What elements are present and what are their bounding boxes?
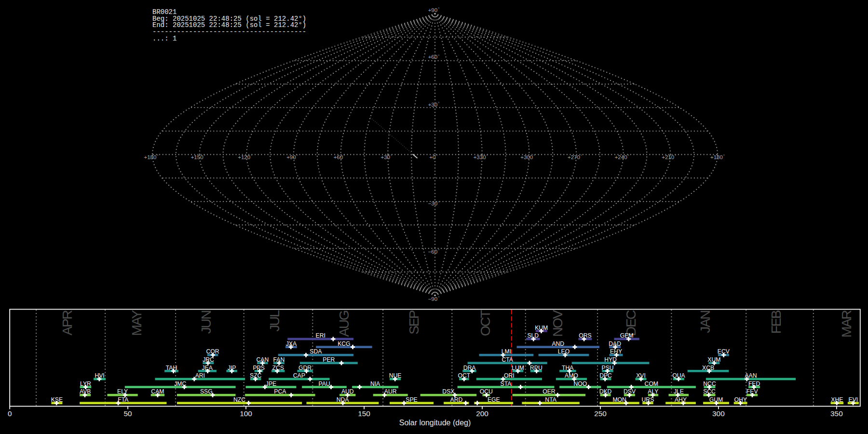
svg-text:EHY: EHY <box>610 348 622 355</box>
svg-text:AVB: AVB <box>80 388 91 395</box>
svg-text:LUM: LUM <box>512 365 524 371</box>
svg-text:AUD: AUD <box>341 388 354 395</box>
svg-text:HVI: HVI <box>95 372 104 379</box>
svg-text:COR: COR <box>206 348 219 355</box>
svg-text:JAN: JAN <box>698 311 713 333</box>
svg-text:PSU: PSU <box>602 365 614 371</box>
svg-text:COM: COM <box>645 380 658 387</box>
svg-text:ARD: ARD <box>450 396 463 403</box>
svg-text:KSE: KSE <box>51 396 63 403</box>
svg-text:NOV: NOV <box>550 310 565 337</box>
svg-text:SEP: SEP <box>407 310 421 335</box>
svg-text:CAP: CAP <box>293 372 305 379</box>
svg-text:+330°: +330° <box>474 154 488 160</box>
svg-text:OCU: OCU <box>480 388 493 395</box>
svg-text:CTA: CTA <box>502 356 513 363</box>
svg-text:PPS: PPS <box>253 365 264 371</box>
svg-text:DAD: DAD <box>609 340 621 347</box>
svg-text:ORS: ORS <box>579 332 591 339</box>
svg-text:LYR: LYR <box>80 380 91 387</box>
svg-text:300: 300 <box>712 409 725 418</box>
svg-text:OER: OER <box>542 388 556 395</box>
svg-text:ORI: ORI <box>504 372 515 379</box>
svg-text:JEA: JEA <box>202 365 213 371</box>
svg-text:350: 350 <box>830 409 843 418</box>
svg-text:FEV: FEV <box>746 388 759 395</box>
svg-text:SPE: SPE <box>406 396 417 403</box>
svg-text:OCT: OCT <box>478 310 493 336</box>
svg-text:+270°: +270° <box>568 154 582 160</box>
svg-text:MAY: MAY <box>129 310 144 336</box>
svg-text:PER: PER <box>323 356 335 363</box>
svg-text:150: 150 <box>358 409 370 418</box>
svg-text:XUM: XUM <box>707 356 720 363</box>
svg-text:AMO: AMO <box>565 372 578 379</box>
svg-text:KUM: KUM <box>535 325 548 331</box>
svg-text:OHY: OHY <box>734 396 746 403</box>
svg-text:NDA: NDA <box>337 396 350 403</box>
svg-text:LEO: LEO <box>558 348 570 355</box>
svg-text:NCC: NCC <box>703 380 716 387</box>
svg-text:JUL: JUL <box>267 310 282 331</box>
svg-text:FTA: FTA <box>118 396 129 403</box>
svg-text:ZCS: ZCS <box>272 365 284 371</box>
svg-text:GUM: GUM <box>709 396 723 403</box>
svg-text:+120°: +120° <box>238 154 252 160</box>
svg-text:EVI: EVI <box>849 396 858 403</box>
svg-text:FAN: FAN <box>273 356 285 363</box>
svg-text:+180°: +180° <box>710 154 725 160</box>
svg-text:+300°: +300° <box>520 154 535 160</box>
svg-text:200: 200 <box>476 409 488 418</box>
svg-text:DRA: DRA <box>463 365 476 371</box>
svg-text:LMI: LMI <box>502 348 511 355</box>
svg-text:QUA: QUA <box>672 372 685 379</box>
svg-text:GEM: GEM <box>620 332 634 339</box>
svg-text:SZC: SZC <box>250 372 262 379</box>
svg-text:GDR: GDR <box>298 365 312 371</box>
svg-text:JLE: JLE <box>674 388 684 395</box>
svg-text:OCT: OCT <box>458 372 470 379</box>
svg-text:STA: STA <box>501 380 512 387</box>
svg-text:DSX: DSX <box>442 388 454 395</box>
svg-text:250: 250 <box>594 409 607 418</box>
svg-text:JIP: JIP <box>228 365 236 371</box>
svg-text:ELY: ELY <box>117 388 128 395</box>
svg-text:AUG: AUG <box>337 311 352 337</box>
svg-text:XCB: XCB <box>702 365 714 371</box>
svg-text:NUE: NUE <box>389 372 402 379</box>
svg-text:DKD: DKD <box>599 388 612 395</box>
svg-text:JUN: JUN <box>199 311 214 334</box>
svg-text:JRC: JRC <box>203 356 214 363</box>
svg-text:NOO: NOO <box>573 380 587 387</box>
svg-text:0: 0 <box>8 409 12 418</box>
svg-text:NTA: NTA <box>545 396 556 403</box>
svg-text:PCA: PCA <box>274 388 286 395</box>
svg-text:NZC: NZC <box>233 396 245 403</box>
svg-text:100: 100 <box>240 409 252 418</box>
svg-text:ALY: ALY <box>648 388 658 395</box>
svg-text:SDA: SDA <box>310 348 322 355</box>
svg-text:ECV: ECV <box>718 348 730 355</box>
svg-text:NIA: NIA <box>370 380 380 387</box>
svg-text:PAU: PAU <box>318 380 330 387</box>
svg-text:50: 50 <box>124 409 132 418</box>
svg-text:SLD: SLD <box>527 332 539 339</box>
svg-text:URS: URS <box>642 396 654 403</box>
svg-text:THA: THA <box>562 365 574 371</box>
svg-text:HYD: HYD <box>604 356 617 363</box>
svg-text:Solar longitude (deg): Solar longitude (deg) <box>399 419 471 427</box>
svg-text:SSG: SSG <box>200 388 213 395</box>
svg-text:+210°: +210° <box>662 154 676 160</box>
svg-text:AND: AND <box>552 340 564 347</box>
svg-text:+240°: +240° <box>615 154 629 160</box>
svg-text:+150°: +150° <box>191 154 205 160</box>
svg-text:AAN: AAN <box>745 372 757 379</box>
svg-text:EGE: EGE <box>488 396 500 403</box>
svg-text:+180°: +180° <box>144 154 158 160</box>
svg-text:MAR: MAR <box>839 311 854 338</box>
svg-text:ARI: ARI <box>195 372 205 379</box>
svg-text:FED: FED <box>748 380 760 387</box>
svg-text:ERI: ERI <box>316 332 326 339</box>
svg-text:DPC: DPC <box>599 372 612 379</box>
svg-text:JPE: JPE <box>266 380 276 387</box>
